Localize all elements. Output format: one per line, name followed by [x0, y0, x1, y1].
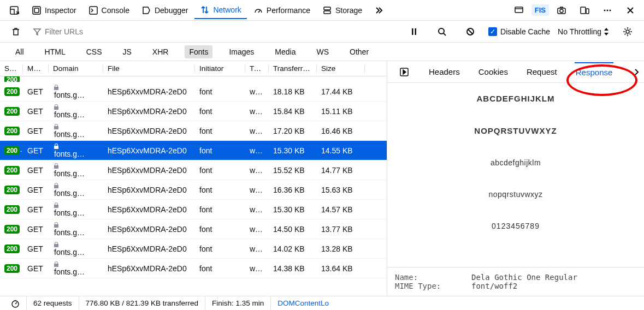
performance-tab[interactable]: Performance — [248, 2, 316, 19]
table-row[interactable]: 200 — [0, 76, 387, 82]
table-row[interactable]: 200 GET fonts.g… hESp6XxvMDRA-2eD0 font … — [0, 141, 387, 160]
preview-line: nopqrstuvwxyz — [488, 190, 542, 199]
filter-images[interactable]: Images — [224, 45, 258, 58]
console-tab[interactable]: Console — [83, 2, 135, 19]
tab-cookies[interactable]: Cookies — [477, 63, 509, 81]
search-button[interactable] — [432, 23, 452, 40]
type-filters: All HTML CSS JS XHR Fonts Images Media W… — [0, 43, 644, 61]
clear-button[interactable] — [5, 23, 26, 40]
status-requests: 62 requests — [27, 296, 79, 310]
table-row[interactable]: 200 GET fonts.g… hESp6XxvMDRA-2eD0 font … — [0, 259, 387, 278]
chevron-double-right-icon — [374, 5, 384, 15]
filter-fonts[interactable]: Fonts — [185, 45, 212, 58]
status-perf-icon[interactable] — [4, 296, 27, 310]
updown-icon — [604, 28, 609, 35]
svg-point-8 — [560, 9, 563, 13]
debugger-tab[interactable]: Debugger — [136, 2, 194, 19]
svg-point-12 — [607, 9, 608, 11]
table-row[interactable]: 200 GET fonts.g… hESp6XxvMDRA-2eD0 font … — [0, 200, 387, 219]
filter-xhr[interactable]: XHR — [148, 45, 173, 58]
table-row[interactable]: 200 GET fonts.g… hESp6XxvMDRA-2eD0 font … — [0, 160, 387, 180]
filter-css[interactable]: CSS — [82, 45, 107, 58]
network-tab[interactable]: Network — [194, 2, 246, 19]
col-size[interactable]: Size — [317, 64, 365, 73]
more-icon — [602, 5, 612, 15]
table-row[interactable]: 200 GET fonts.g… hESp6XxvMDRA-2eD0 font … — [0, 180, 387, 200]
svg-point-16 — [439, 28, 444, 34]
close-button[interactable] — [620, 2, 641, 19]
svg-rect-4 — [324, 7, 330, 10]
filter-media[interactable]: Media — [270, 45, 300, 58]
svg-rect-1 — [33, 7, 40, 14]
camera-icon — [557, 5, 566, 15]
table-row[interactable]: 200 GET fonts.g… hESp6XxvMDRA-2eD0 font … — [0, 102, 387, 121]
svg-rect-2 — [34, 8, 39, 13]
lock-icon — [53, 143, 99, 158]
filter-js[interactable]: JS — [118, 45, 135, 58]
col-status[interactable]: St… — [0, 64, 23, 73]
settings-button[interactable] — [617, 23, 639, 40]
filter-all[interactable]: All — [11, 45, 28, 58]
network-label: Network — [213, 5, 241, 14]
col-transferred[interactable]: Transferr… — [269, 64, 317, 73]
storage-icon — [322, 5, 332, 15]
meta-name-value: Dela Gothic One Regular — [471, 273, 577, 282]
main-split: St… M… Domain File Initiator Ty… Transfe… — [0, 61, 644, 296]
svg-point-11 — [604, 9, 606, 11]
preview-line: NOPQRSTUVWXYZ — [474, 126, 557, 135]
col-domain[interactable]: Domain — [49, 64, 103, 73]
filter-ws[interactable]: WS — [312, 45, 333, 58]
tab-headers[interactable]: Headers — [428, 63, 461, 81]
svg-rect-9 — [581, 7, 586, 14]
table-row[interactable]: 200 GET fonts.g… hESp6XxvMDRA-2eD0 font … — [0, 239, 387, 259]
more-button[interactable] — [597, 2, 618, 19]
trash-icon — [11, 27, 21, 37]
tabs-overflow[interactable] — [633, 68, 641, 76]
network-toolbar: ✓ Disable Cache No Throttling — [0, 21, 644, 43]
dock-side-icon — [580, 5, 589, 15]
disable-cache-toggle[interactable]: ✓ Disable Cache — [488, 27, 550, 36]
debugger-label: Debugger — [155, 6, 188, 15]
col-initiator[interactable]: Initiator — [195, 64, 245, 73]
lock-icon — [53, 182, 99, 198]
throttling-select[interactable]: No Throttling — [558, 27, 609, 36]
pause-button[interactable] — [404, 24, 424, 39]
table-row[interactable]: 200 GET fonts.g… hESp6XxvMDRA-2eD0 font … — [0, 219, 387, 239]
tab-response[interactable]: Response — [575, 62, 614, 81]
block-button[interactable] — [460, 23, 481, 40]
storage-tab[interactable]: Storage — [317, 2, 368, 19]
meta-mime-value: font/woff2 — [471, 282, 517, 290]
col-type[interactable]: Ty… — [245, 64, 269, 73]
font-meta: Name: Dela Gothic One Regular MIME Type:… — [387, 267, 644, 296]
dock-side-button[interactable] — [574, 2, 595, 19]
screenshot-button[interactable] — [551, 2, 572, 19]
svg-point-13 — [610, 9, 611, 11]
tab-request[interactable]: Request — [525, 63, 558, 81]
meta-name-label: Name: — [395, 273, 471, 282]
meta-mime-label: MIME Type: — [395, 282, 471, 290]
requests-pane: St… M… Domain File Initiator Ty… Transfe… — [0, 61, 387, 296]
lock-icon — [53, 222, 99, 237]
inspector-tab[interactable]: Inspector — [26, 2, 82, 19]
table-body[interactable]: 200 200 GET fonts.g… hESp6XxvMDRA-2eD0 f… — [0, 76, 387, 296]
responsive-button[interactable] — [509, 2, 529, 19]
lock-icon — [53, 84, 99, 99]
funnel-icon — [33, 27, 42, 36]
console-icon — [88, 5, 98, 15]
detail-tabs: Headers Cookies Request Response — [387, 61, 644, 83]
filter-html[interactable]: HTML — [40, 45, 70, 58]
table-row[interactable]: 200 GET fonts.g… hESp6XxvMDRA-2eD0 font … — [0, 82, 387, 102]
table-row[interactable]: 200 GET fonts.g… hESp6XxvMDRA-2eD0 font … — [0, 121, 387, 141]
status-transferred: 776.80 KB / 821.39 KB transferred — [79, 296, 205, 310]
checkbox-checked-icon: ✓ — [488, 27, 497, 36]
fis-pill[interactable]: FIS — [531, 4, 549, 16]
throttling-label: No Throttling — [558, 27, 601, 36]
overflow-tabs[interactable] — [369, 2, 389, 19]
resend-button[interactable] — [397, 65, 411, 79]
col-method[interactable]: M… — [23, 64, 49, 73]
filter-other[interactable]: Other — [345, 45, 373, 58]
lock-icon — [53, 163, 99, 178]
filter-input[interactable] — [45, 27, 398, 36]
col-file[interactable]: File — [103, 64, 195, 73]
dock-button[interactable] — [3, 2, 25, 19]
